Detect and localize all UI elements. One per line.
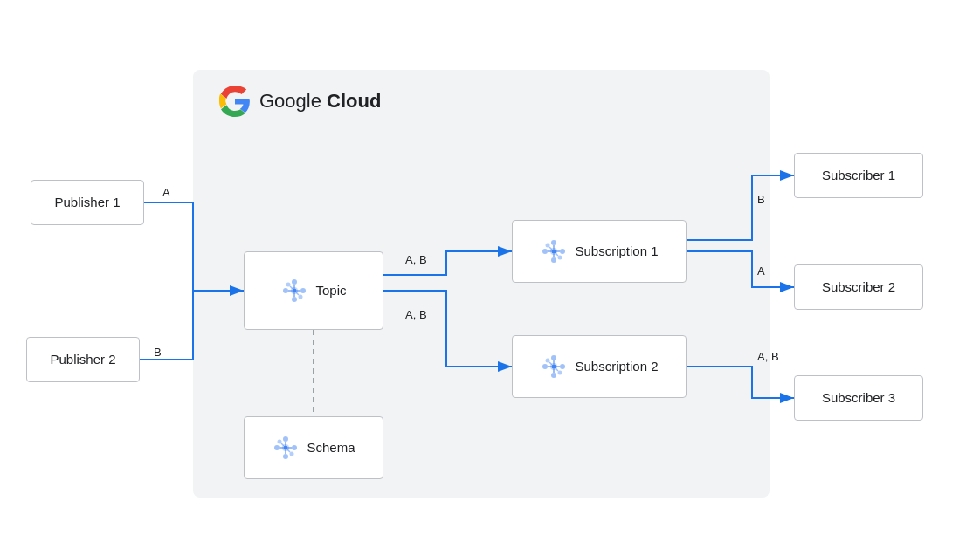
google-cloud-icon — [219, 86, 251, 117]
subscriber-3-box: Subscriber 3 — [794, 375, 923, 421]
svg-point-17 — [551, 240, 556, 245]
publisher-2-box: Publisher 2 — [26, 337, 140, 382]
google-text: Google — [259, 90, 321, 112]
svg-point-8 — [299, 294, 303, 299]
svg-point-18 — [551, 257, 556, 263]
svg-point-22 — [558, 255, 562, 259]
svg-line-42 — [556, 368, 559, 371]
svg-line-13 — [290, 286, 293, 289]
svg-point-16 — [552, 249, 556, 253]
cloud-text: Cloud — [327, 90, 381, 112]
publisher-1-label: Publisher 1 — [54, 195, 120, 209]
svg-point-31 — [551, 355, 556, 360]
svg-point-47 — [274, 445, 280, 450]
svg-line-56 — [288, 449, 291, 452]
svg-point-6 — [300, 288, 306, 293]
svg-point-2 — [293, 288, 297, 292]
svg-line-14 — [297, 292, 300, 295]
subscription-1-box: Subscription 1 — [512, 220, 687, 283]
topic-hub-icon — [280, 277, 308, 305]
sub1-hub-icon — [540, 237, 568, 265]
schema-box: Schema — [244, 416, 383, 479]
subscription-2-label: Subscription 2 — [575, 359, 658, 374]
svg-point-19 — [542, 249, 548, 254]
subscriber-1-label: Subscriber 1 — [822, 168, 895, 182]
svg-point-45 — [283, 436, 288, 442]
subscription-1-label: Subscription 1 — [575, 244, 658, 258]
svg-point-7 — [286, 282, 291, 286]
topic-label: Topic — [315, 283, 346, 298]
svg-point-46 — [283, 454, 288, 459]
svg-point-48 — [292, 445, 297, 450]
sub2-hub-icon — [540, 353, 568, 381]
arrow-pub2-to-topic — [140, 291, 193, 360]
svg-line-27 — [549, 247, 552, 250]
google-cloud-logo: Google Cloud — [219, 86, 381, 117]
schema-label: Schema — [307, 440, 355, 455]
svg-point-34 — [560, 364, 565, 369]
svg-point-49 — [278, 439, 282, 443]
svg-point-4 — [292, 297, 297, 302]
svg-point-36 — [558, 370, 562, 374]
svg-point-30 — [552, 364, 556, 368]
svg-point-5 — [283, 288, 288, 293]
svg-point-50 — [290, 451, 294, 456]
svg-line-28 — [556, 253, 559, 256]
topic-box: Topic — [244, 251, 383, 330]
svg-line-55 — [281, 443, 284, 446]
svg-point-32 — [551, 373, 556, 378]
label-pub1: A — [162, 186, 170, 199]
publisher-2-label: Publisher 2 — [50, 352, 115, 367]
svg-point-33 — [542, 364, 548, 369]
subscriber-1-box: Subscriber 1 — [794, 153, 923, 198]
publisher-1-box: Publisher 1 — [31, 180, 144, 225]
svg-point-21 — [546, 243, 550, 247]
svg-point-35 — [546, 358, 550, 362]
subscription-2-box: Subscription 2 — [512, 335, 687, 398]
diagram-wrapper: Google Cloud A B A, B — [10, 17, 970, 532]
svg-point-3 — [292, 279, 297, 285]
svg-line-41 — [549, 362, 552, 365]
svg-point-20 — [560, 249, 565, 254]
svg-point-44 — [284, 445, 288, 449]
subscriber-3-label: Subscriber 3 — [822, 390, 895, 405]
subscriber-2-label: Subscriber 2 — [822, 279, 895, 294]
logo-text: Google Cloud — [259, 90, 381, 113]
schema-hub-icon — [272, 434, 300, 462]
label-pub2: B — [154, 346, 162, 359]
subscriber-2-box: Subscriber 2 — [794, 264, 923, 310]
